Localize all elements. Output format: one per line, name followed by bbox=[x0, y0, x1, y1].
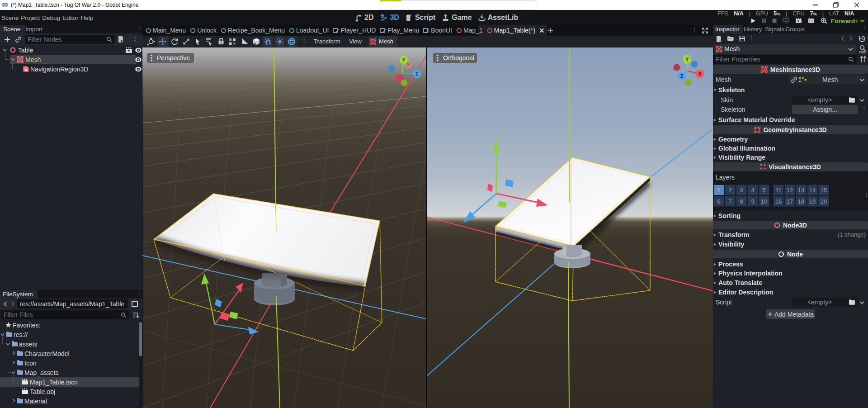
svg-text:X: X bbox=[698, 71, 702, 76]
svg-text:Y: Y bbox=[402, 57, 406, 62]
svg-text:Y: Y bbox=[686, 57, 689, 62]
svg-text:DOC: DOC bbox=[859, 51, 867, 54]
svg-text:X: X bbox=[407, 62, 410, 67]
svg-text:Perspective: Perspective bbox=[157, 54, 190, 62]
svg-text:Z: Z bbox=[680, 74, 683, 79]
svg-text:Z: Z bbox=[415, 71, 418, 76]
svg-text:Orthogonal: Orthogonal bbox=[443, 54, 474, 62]
